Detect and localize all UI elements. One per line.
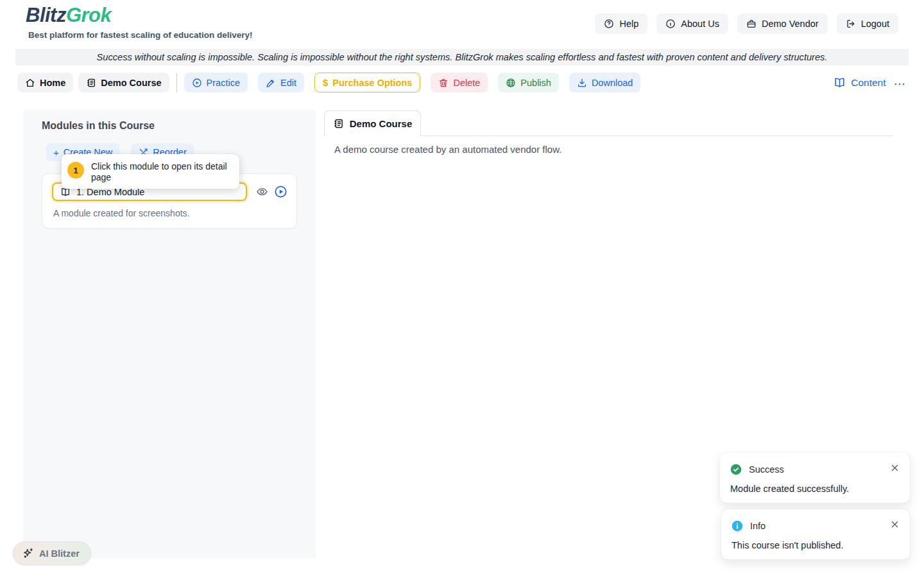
tooltip-text: Click this module to open its detail pag… [91, 160, 233, 183]
header-actions: Help About Us Demo Vendor Logout [595, 13, 898, 34]
marketing-banner: Success without scaling is impossible. S… [15, 49, 909, 66]
demo-course-button[interactable]: Demo Course [78, 73, 169, 92]
help-icon [604, 19, 614, 29]
close-icon[interactable] [889, 518, 901, 532]
ai-blitzer-button[interactable]: AI Blitzer [13, 541, 91, 565]
modules-panel-title: Modules in this Course [42, 120, 155, 132]
home-label: Home [40, 78, 65, 88]
toast-info-title: Info [750, 521, 766, 531]
brand-logo: BlitzGrok [26, 4, 111, 27]
toast-info-message: This course isn't published. [732, 540, 843, 550]
trash-icon [438, 78, 449, 88]
toast-success-message: Module created successfully. [730, 484, 849, 494]
more-options-icon[interactable]: ⋯ [894, 78, 907, 87]
notebook-icon [333, 118, 344, 129]
purchase-options-button[interactable]: $ Purchase Options [314, 73, 420, 92]
brand-tagline: Best platform for fastest scaling of edu… [28, 30, 253, 40]
check-circle-icon [730, 464, 742, 475]
preview-eye-icon[interactable] [256, 186, 268, 198]
about-us-label: About Us [681, 19, 719, 29]
module-description: A module created for screenshots. [53, 208, 189, 218]
toolbar-divider [176, 73, 177, 92]
course-description: A demo course created by an automated ve… [334, 144, 561, 155]
demo-vendor-label: Demo Vendor [762, 19, 819, 29]
step-badge: 1 [67, 162, 84, 179]
practice-button[interactable]: Practice [184, 73, 248, 92]
brand-logo-part1: Blitz [26, 4, 66, 26]
toast-success-head: Success [730, 464, 784, 475]
demo-course-label: Demo Course [101, 78, 161, 88]
toast-info: Info This course isn't published. [721, 509, 910, 559]
toast-success-title: Success [749, 464, 784, 475]
ai-blitzer-label: AI Blitzer [39, 548, 80, 559]
download-label: Download [592, 78, 633, 88]
download-button[interactable]: Download [569, 73, 641, 92]
course-toolbar: Home Demo Course Practice Edit [17, 73, 907, 92]
purchase-options-label: Purchase Options [332, 78, 412, 88]
toolbar-right-group: Content ⋯ [834, 76, 907, 89]
home-button[interactable]: Home [17, 73, 73, 92]
logout-button[interactable]: Logout [837, 13, 898, 34]
briefcase-icon [746, 19, 757, 29]
app-frame: BlitzGrok Best platform for fastest scal… [0, 0, 924, 578]
help-label: Help [619, 19, 638, 29]
play-circle-icon[interactable] [274, 185, 287, 198]
content-label: Content [851, 77, 886, 89]
toolbar-nav-group: Home Demo Course [17, 73, 169, 92]
book-icon [834, 76, 846, 89]
notebook-icon [86, 78, 96, 88]
globe-icon [506, 78, 516, 88]
close-icon[interactable] [889, 462, 901, 476]
logout-label: Logout [861, 19, 889, 29]
delete-label: Delete [453, 78, 480, 88]
info-circle-icon [732, 520, 743, 532]
onboarding-tooltip: 1 Click this module to open its detail p… [62, 154, 239, 189]
tab-demo-course-label: Demo Course [350, 118, 413, 129]
demo-vendor-button[interactable]: Demo Vendor [737, 13, 828, 34]
modules-panel: Modules in this Course + Create New Reor… [23, 109, 316, 559]
practice-label: Practice [207, 78, 240, 88]
sparkles-icon [22, 547, 34, 559]
content-button[interactable]: Content [834, 76, 886, 89]
toast-info-head: Info [732, 520, 766, 532]
publish-button[interactable]: Publish [498, 73, 559, 92]
tab-demo-course[interactable]: Demo Course [324, 110, 421, 136]
edit-button[interactable]: Edit [258, 73, 304, 92]
about-us-button[interactable]: About Us [656, 13, 728, 34]
delete-button[interactable]: Delete [431, 73, 488, 92]
toast-success: Success Module created successfully. [720, 453, 910, 503]
brand-logo-part2: Grok [66, 4, 111, 26]
dollar-icon: $ [323, 77, 328, 88]
info-icon [665, 19, 676, 29]
download-icon [577, 78, 587, 88]
logout-icon [846, 19, 856, 29]
play-circle-icon [192, 78, 202, 88]
help-button[interactable]: Help [595, 13, 647, 34]
publish-label: Publish [520, 78, 551, 88]
toolbar-action-group: Practice Edit $ Purchase Options Delete [184, 73, 641, 92]
home-icon [25, 78, 35, 88]
plus-icon: + [53, 147, 59, 158]
edit-label: Edit [280, 78, 296, 88]
pencil-icon [266, 78, 276, 88]
